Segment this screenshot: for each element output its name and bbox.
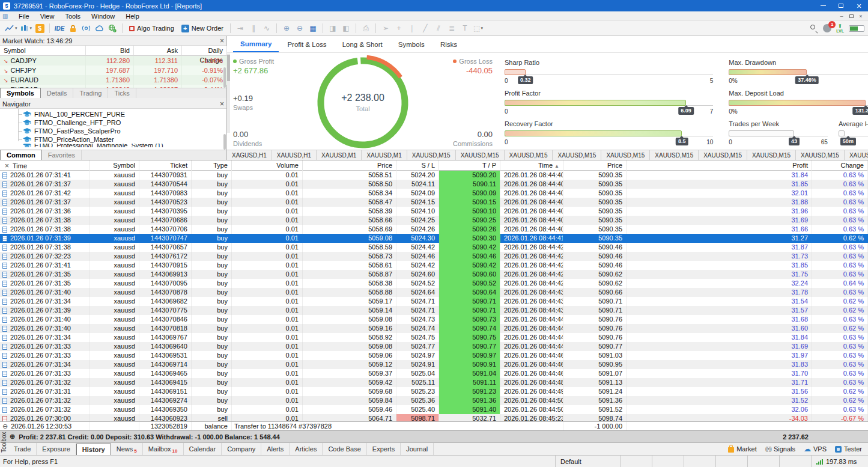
community-icon[interactable]: + — [107, 23, 118, 34]
close-button[interactable]: × — [850, 0, 868, 11]
history-col-sl[interactable]: S / L — [396, 160, 439, 171]
navigator-item[interactable]: FTMO_FastPass_ScalperPro — [0, 127, 226, 135]
toolbox-tab-alerts[interactable]: Alerts — [261, 443, 290, 455]
chart-tab[interactable]: XAUUSD,M15 — [505, 150, 553, 160]
history-row[interactable]: 2026.01.26 07:31:38xauusd1443070706buy0.… — [0, 225, 868, 234]
tile-windows-icon[interactable]: ▦ — [308, 23, 318, 34]
history-col-time[interactable]: ×Time — [0, 160, 90, 171]
history-row[interactable]: 2026.01.26 07:31:34xauusd1443069714buy0.… — [0, 360, 868, 369]
toolbox-tab-articles[interactable]: Articles — [290, 443, 323, 455]
chart-tab[interactable]: XAUUSD,M15 — [699, 150, 747, 160]
zoom-in-icon[interactable]: ⊕ — [281, 23, 292, 34]
navigator-tab-common[interactable]: Common — [0, 150, 42, 160]
history-row[interactable]: 2026.01.26 07:31:38xauusd1443070657buy0.… — [0, 243, 868, 252]
history-row[interactable]: 2026.01.26 07:31:39xauusd1443070775buy0.… — [0, 306, 868, 315]
market-watch-tab-trading[interactable]: Trading — [73, 88, 108, 98]
cloud-icon[interactable] — [94, 23, 105, 34]
history-row[interactable]: 2026.01.26 07:31:40xauusd1443070846buy0.… — [0, 315, 868, 324]
chart-tab[interactable]: XAUUSD,M1 — [317, 150, 362, 160]
new-order-button[interactable]: + New Order — [178, 22, 227, 34]
mw-col-ask[interactable]: Ask — [134, 46, 182, 56]
history-row[interactable]: 2026.01.26 07:31:42xauusd1443070983buy0.… — [0, 189, 868, 198]
navigator-item[interactable]: FTMO_Challenge_HFT_PRO — [0, 118, 226, 127]
chart-tab[interactable]: XAGUSD,H1 — [227, 150, 272, 160]
market-watch-close-icon[interactable]: × — [220, 38, 224, 44]
chart-tab[interactable]: XAUUSD,M1 — [362, 150, 407, 160]
mdi-close-button[interactable]: × — [856, 13, 866, 19]
mw-col-symbol[interactable]: Symbol — [0, 46, 86, 56]
mdi-minimize-button[interactable]: – — [837, 13, 846, 19]
history-row[interactable]: 2026.01.26 07:31:34xauusd1443069767buy0.… — [0, 333, 868, 342]
tester-button[interactable]: Tester — [835, 445, 862, 453]
history-row[interactable]: 2026.01.26 07:31:35xauusd1443070095buy0.… — [0, 279, 868, 288]
history-col-close-time[interactable]: Time▲ — [500, 160, 563, 171]
history-row[interactable]: 2026.01.26 07:31:38xauusd1443070686buy0.… — [0, 216, 868, 225]
history-row[interactable]: 2026.01.26 07:31:36xauusd1443070395buy0.… — [0, 207, 868, 216]
history-row[interactable]: 2026.01.26 07:31:40xauusd1443070878buy0.… — [0, 288, 868, 297]
mdi-restore-button[interactable] — [846, 13, 856, 19]
menu-file[interactable]: File — [13, 11, 35, 20]
chart-tab[interactable]: XAUUSD,M15 — [456, 150, 505, 160]
chart-tab[interactable]: XAUUSD,M15 — [796, 150, 845, 160]
restore-button[interactable] — [832, 0, 850, 11]
toolbox-tab-code-base[interactable]: Code Base — [323, 443, 366, 455]
expand-summary-icon[interactable]: ⊕ — [10, 433, 15, 441]
chart-tab[interactable]: XAUUSD,M15 — [407, 150, 456, 160]
history-row[interactable]: 2026.01.26 07:31:33xauusd1443069640buy0.… — [0, 342, 868, 351]
market-watch-row[interactable]: ↘EURAUD1.713601.71380-0.07% — [0, 75, 226, 85]
toolbox-tab-experts[interactable]: Experts — [367, 443, 401, 455]
history-row[interactable]: 2026.01.26 07:31:39xauusd1443070747buy0.… — [0, 234, 868, 243]
lock-icon[interactable] — [67, 23, 78, 34]
navigator-item[interactable]: FTMO_Professional_Martingale_System (1) — [0, 144, 226, 147]
history-col-volume[interactable]: Volume — [232, 160, 303, 171]
user-profile-icon[interactable]: 1 — [823, 24, 831, 32]
toolbox-tab-trade[interactable]: Trade — [8, 443, 37, 455]
history-row[interactable]: 2026.01.26 07:31:31xauusd1443069151buy0.… — [0, 387, 868, 396]
market-watch-row[interactable]: ↘CADJPY112.280112.311-1.16% — [0, 56, 226, 66]
history-col-symbol[interactable]: Symbol — [90, 160, 139, 171]
chart-tab[interactable]: XAUUSD,H1 — [272, 150, 317, 160]
toolbox-tab-exposure[interactable]: Exposure — [37, 443, 76, 455]
history-col-change[interactable]: Change — [812, 160, 868, 171]
chart-tab[interactable]: XAUUSD,M15 — [650, 150, 699, 160]
currency-icon[interactable]: $ — [34, 23, 45, 34]
chart-tab[interactable]: XAUUSD,M15 — [553, 150, 601, 160]
toolbox-tab-company[interactable]: Company — [222, 443, 261, 455]
history-col-close-price[interactable]: Price — [563, 160, 627, 171]
ide-button[interactable]: IDE — [54, 23, 65, 34]
reports-left-scrollbar[interactable] — [227, 53, 230, 133]
history-col-tp[interactable]: T / P — [439, 160, 500, 171]
level-icon[interactable]: ⬆LVL — [836, 24, 844, 33]
navigator-close-icon[interactable]: × — [220, 101, 224, 107]
history-row[interactable]: 2026.01.26 07:32:23xauusd1443076172buy0.… — [0, 252, 868, 261]
market-watch-tab-symbols[interactable]: Symbols — [0, 88, 41, 98]
history-row[interactable]: 2026.01.26 07:31:34xauusd1443069682buy0.… — [0, 297, 868, 306]
market-watch-row[interactable]: ↘CHFJPY197.687197.710-0.91% — [0, 66, 226, 75]
timeframe-icon[interactable]: ▾ — [20, 23, 32, 34]
balance-row[interactable]: ⊖2026.01.26 12:30:53 1323052819 balance … — [0, 421, 868, 430]
menu-window[interactable]: Window — [86, 11, 120, 20]
reports-tab-long-short[interactable]: Long & Short — [335, 36, 390, 52]
history-row[interactable]: 2026.01.26 07:31:32xauusd1443069415buy0.… — [0, 378, 868, 387]
signals-toolbar-icon[interactable] — [80, 23, 91, 34]
reports-tab-profit-loss[interactable]: Profit & Loss — [280, 36, 333, 52]
signals-button[interactable]: ((•))Signals — [765, 445, 795, 453]
market-watch-scrollbar[interactable] — [223, 67, 226, 88]
history-col-type[interactable]: Type — [192, 160, 232, 171]
navigator-tab-favorites[interactable]: Favorites — [42, 150, 82, 160]
history-row[interactable]: 2026.01.26 07:31:35xauusd1443069913buy0.… — [0, 270, 868, 279]
history-row[interactable]: 2026.01.26 07:30:00xauusd1443060923sell0… — [0, 414, 868, 421]
market-button[interactable]: Market — [728, 445, 757, 453]
zoom-out-icon[interactable]: ⊖ — [294, 23, 305, 34]
menu-help[interactable]: Help — [120, 11, 145, 20]
status-latency[interactable]: 197.83 ms — [811, 456, 868, 467]
menu-tools[interactable]: Tools — [59, 11, 86, 20]
history-row[interactable]: 2026.01.26 07:31:32xauusd1443069274buy0.… — [0, 396, 868, 405]
history-col-price[interactable]: Price — [303, 160, 396, 171]
market-watch-tab-ticks[interactable]: Ticks — [108, 88, 136, 98]
history-row[interactable]: 2026.01.26 07:31:40xauusd1443070818buy0.… — [0, 324, 868, 333]
history-row[interactable]: 2026.01.26 07:31:41xauusd1443070915buy0.… — [0, 261, 868, 270]
mw-col-daily-change[interactable]: Daily Change — [182, 46, 227, 56]
minimize-button[interactable] — [814, 0, 832, 11]
history-row[interactable]: 2026.01.26 07:31:37xauusd1443070544buy0.… — [0, 180, 868, 189]
